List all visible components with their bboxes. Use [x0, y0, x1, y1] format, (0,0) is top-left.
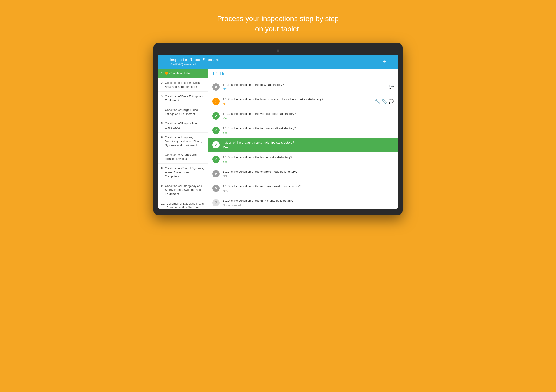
main-panel: 1.1. Hull ✕1.1.1 Is the condition of the…	[208, 68, 398, 209]
sidebar: 1.Condition of Hull2.Condition of Extern…	[158, 68, 208, 209]
question-status-icon-7: ✕	[212, 170, 220, 177]
app-window: ← Inspection Report Standard 3% (8/290) …	[158, 55, 398, 209]
question-answer-7: N/A	[223, 174, 394, 178]
question-row-8[interactable]: ✕1.1.8 Is the condition of the area unde…	[208, 181, 398, 196]
question-content-5: ndition of the draught marks midships sa…	[223, 141, 394, 149]
sidebar-item-10[interactable]: 10.Condition of Navigation- and Communic…	[158, 199, 208, 209]
header-actions: + ⋮	[383, 59, 394, 65]
sidebar-item-num: 10.	[161, 202, 165, 206]
sidebar-item-num: 9.	[161, 184, 164, 188]
sidebar-item-label: Condition of Control Systems, Alarm Syst…	[165, 166, 204, 178]
question-row-4[interactable]: ✓1.1.4 Is the condition of the tug marks…	[208, 123, 398, 138]
header-subtitle: 3% (8/290) answered	[170, 63, 383, 66]
question-text-7: 1.1.7 Is the condition of the charterer-…	[223, 170, 394, 174]
question-text-6: 1.1.6 Is the condition of the home port …	[223, 155, 394, 159]
question-answer-6: Yes	[223, 160, 394, 163]
sidebar-item-label: Condition of Cargo Holds, Fittings and E…	[165, 108, 204, 116]
sidebar-item-1[interactable]: 1.Condition of Hull	[158, 68, 208, 78]
question-text-9: 1.1.9 Is the condition of the tank marks…	[223, 199, 394, 203]
sidebar-item-label: Condition of Emergency and Safety Plants…	[165, 184, 204, 196]
question-content-6: 1.1.6 Is the condition of the home port …	[223, 155, 394, 163]
tablet-frame: ← Inspection Report Standard 3% (8/290) …	[153, 43, 403, 215]
wrench-icon[interactable]: 🔧	[375, 99, 380, 104]
comment-icon[interactable]: 💬	[389, 84, 394, 89]
question-content-8: 1.1.8 Is the condition of the area under…	[223, 184, 394, 192]
sidebar-item-label: Condition of Engine Room and Spaces	[165, 121, 204, 129]
tablet-camera	[277, 49, 279, 52]
sidebar-item-2[interactable]: 2.Condition of External Deck Area and Su…	[158, 78, 208, 92]
sidebar-item-3[interactable]: 3.Condition of Deck Fittings and Equipme…	[158, 92, 208, 105]
question-text-4: 1.1.4 Is the condition of the tug marks …	[223, 126, 394, 131]
sidebar-item-num: 3.	[161, 94, 164, 98]
question-row-3[interactable]: ✓1.1.3 Is the condition of the vertical …	[208, 109, 398, 123]
question-answer-4: Yes	[223, 131, 394, 135]
question-row-7[interactable]: ✕1.1.7 Is the condition of the charterer…	[208, 167, 398, 181]
question-status-icon-2: !	[212, 98, 220, 105]
sidebar-item-label: Condition of Cranes and Hoisting Devices	[165, 153, 204, 161]
question-row-6[interactable]: ✓1.1.6 Is the condition of the home port…	[208, 152, 398, 167]
sidebar-item-num: 6.	[161, 135, 164, 139]
question-text-1: 1.1.1 Is the condition of the bow satisf…	[223, 83, 387, 87]
question-status-icon-4: ✓	[212, 127, 220, 134]
question-status-icon-9: ?	[212, 199, 220, 206]
question-text-8: 1.1.8 Is the condition of the area under…	[223, 184, 394, 188]
question-actions-2: 🔧📎💬	[375, 99, 394, 104]
question-status-icon-5: ✓	[212, 141, 220, 149]
more-button[interactable]: ⋮	[389, 59, 394, 65]
question-row-1[interactable]: ✕1.1.1 Is the condition of the bow satis…	[208, 80, 398, 94]
app-header: ← Inspection Report Standard 3% (8/290) …	[158, 55, 398, 68]
add-button[interactable]: +	[383, 59, 386, 65]
sidebar-item-9[interactable]: 9.Condition of Emergency and Safety Plan…	[158, 181, 208, 199]
sidebar-item-label: Condition of Engines, Machinery, Technic…	[165, 135, 204, 147]
back-button[interactable]: ←	[162, 59, 167, 65]
attachment-icon[interactable]: 📎	[382, 99, 387, 104]
question-content-9: 1.1.9 Is the condition of the tank marks…	[223, 199, 394, 207]
question-row-5[interactable]: ✓ndition of the draught marks midships s…	[208, 138, 398, 152]
sidebar-item-label: Condition of External Deck Area and Supe…	[165, 81, 204, 89]
question-content-2: 1.1.2 Is the condition of the bowthruste…	[223, 97, 373, 106]
question-answer-2: No	[223, 102, 373, 106]
sidebar-item-8[interactable]: 8.Condition of Control Systems, Alarm Sy…	[158, 164, 208, 181]
sidebar-item-4[interactable]: 4.Condition of Cargo Holds, Fittings and…	[158, 105, 208, 119]
comment-icon[interactable]: 💬	[389, 99, 394, 104]
page-headline: Process your inspections step by step on…	[217, 14, 339, 34]
question-answer-3: Yes	[223, 117, 394, 120]
sidebar-item-status-icon	[165, 72, 168, 75]
question-content-7: 1.1.7 Is the condition of the charterer-…	[223, 170, 394, 178]
question-text-2: 1.1.2 Is the condition of the bowthruste…	[223, 97, 373, 102]
sidebar-item-label: Condition of Navigation- and Communicati…	[167, 202, 204, 209]
sidebar-item-num: 8.	[161, 166, 164, 170]
sidebar-item-5[interactable]: 5.Condition of Engine Room and Spaces	[158, 119, 208, 132]
sidebar-item-label: Condition of Deck Fittings and Equipment	[165, 94, 204, 102]
question-actions-1: 💬	[389, 84, 394, 89]
section-title: 1.1. Hull	[208, 68, 398, 80]
sidebar-item-7[interactable]: 7.Condition of Cranes and Hoisting Devic…	[158, 150, 208, 164]
question-answer-8: N/A	[223, 189, 394, 192]
question-content-1: 1.1.1 Is the condition of the bow satisf…	[223, 83, 387, 91]
question-row-2[interactable]: !1.1.2 Is the condition of the bowthrust…	[208, 94, 398, 109]
question-text-5: ndition of the draught marks midships sa…	[223, 141, 394, 145]
question-status-icon-6: ✓	[212, 156, 220, 163]
sidebar-item-num: 7.	[161, 153, 164, 157]
question-row-9[interactable]: ?1.1.9 Is the condition of the tank mark…	[208, 196, 398, 209]
question-answer-1: N/S	[223, 88, 387, 91]
question-answer-5: Yes	[223, 145, 394, 149]
header-title-group: Inspection Report Standard 3% (8/290) an…	[170, 58, 383, 66]
question-content-4: 1.1.4 Is the condition of the tug marks …	[223, 126, 394, 135]
question-content-3: 1.1.3 Is the condition of the vertical s…	[223, 112, 394, 120]
question-answer-9: Not answered	[223, 204, 394, 207]
sidebar-item-num: 5.	[161, 121, 164, 126]
app-body: 1.Condition of Hull2.Condition of Extern…	[158, 68, 398, 209]
question-status-icon-3: ✓	[212, 112, 220, 120]
sidebar-item-6[interactable]: 6.Condition of Engines, Machinery, Techn…	[158, 133, 208, 150]
question-status-icon-1: ✕	[212, 83, 220, 90]
question-status-icon-8: ✕	[212, 185, 220, 192]
sidebar-item-num: 2.	[161, 81, 164, 85]
sidebar-item-label: Condition of Hull	[170, 71, 191, 75]
sidebar-item-num: 1.	[161, 71, 164, 75]
sidebar-item-num: 4.	[161, 108, 164, 112]
question-text-3: 1.1.3 Is the condition of the vertical s…	[223, 112, 394, 116]
header-title: Inspection Report Standard	[170, 58, 383, 62]
